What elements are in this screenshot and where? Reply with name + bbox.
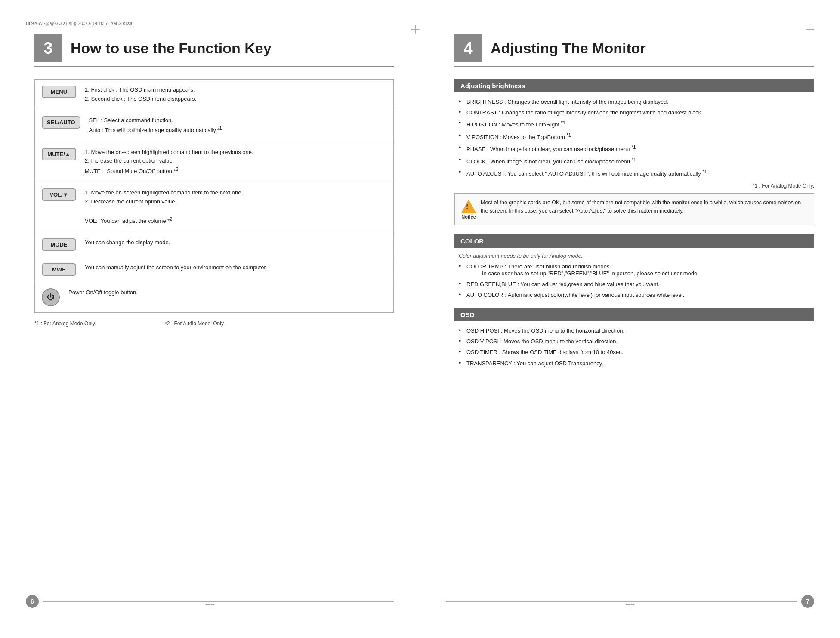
list-item: RED,GREEN,BLUE : You can adjust red,gree… [459, 280, 814, 289]
left-section-header: 3 How to use the Function Key [34, 34, 394, 67]
right-section-title: Adjusting The Monitor [491, 40, 646, 57]
analog-note: *1 : For Analog Mode Only. [454, 183, 814, 189]
list-item: COLOR TEMP : There are user,bluish and r… [459, 262, 814, 278]
bottom-line-right [446, 601, 797, 602]
function-key-table: MENU 1. First click : The OSD main menu … [34, 79, 394, 313]
right-section-header: 4 Adjusting The Monitor [454, 34, 814, 67]
list-item: OSD H POSI : Moves the OSD menu to the h… [459, 327, 814, 335]
section-number-4: 4 [454, 34, 482, 62]
power-button: ⏻ [42, 288, 60, 306]
power-description: Power On/Off toggle button. [68, 288, 138, 297]
left-section-title: How to use the Function Key [71, 40, 272, 57]
mwe-description: You can manually adjust the screen to yo… [85, 263, 267, 272]
right-page: 4 Adjusting The Monitor Adjusting bright… [420, 17, 840, 621]
footnote-1: *1 : For Analog Mode Only. [34, 321, 96, 327]
table-row: VOL/▼ 1. Move the on-screen highlighted … [35, 182, 393, 232]
color-note: Color adjustment needs to be only for An… [454, 253, 814, 259]
mute-description: 1. Move the on-screen highlighted comand… [85, 148, 253, 176]
list-item: TRANSPARENCY : You can adjust OSD Transp… [459, 359, 814, 368]
brightness-header: Adjusting brightness [454, 79, 814, 92]
list-item: AUTO ADJUST: You can select " AUTO ADJUS… [459, 168, 814, 178]
crosshair-top-right-page [806, 25, 814, 34]
menu-button: MENU [42, 86, 76, 98]
list-item: CLOCK : When image is not clear, you can… [459, 156, 814, 166]
brightness-list: BRIGHTNESS : Changes the overall light i… [454, 98, 814, 179]
list-item: CONTRAST : Changes the ratio of light in… [459, 108, 814, 117]
mwe-button: MWE [42, 263, 76, 276]
osd-header: OSD [454, 308, 814, 321]
footnote-area: *1 : For Analog Mode Only. *2 : For Audi… [34, 321, 394, 327]
list-item: H POSTION : Moves to the Left/Right *1 [459, 119, 814, 129]
section-number-3: 3 [34, 34, 62, 62]
color-list: COLOR TEMP : There are user,bluish and r… [454, 262, 814, 300]
table-row: MODE You can change the display mode. [35, 232, 393, 257]
color-indent: In case user has to set up "RED","GREEN"… [466, 269, 814, 278]
notice-text: Most of the graphic cards are OK, but so… [481, 199, 808, 216]
crosshair-bottom-center-right [626, 600, 634, 609]
list-item: OSD TIMER : Shows the OSD TIME displays … [459, 348, 814, 357]
page-number-left: 6 [26, 595, 39, 608]
notice-icon-area: Notice [461, 200, 476, 219]
table-row: MWE You can manually adjust the screen t… [35, 257, 393, 282]
menu-description: 1. First click : The OSD main menu appea… [85, 86, 196, 104]
warning-triangle-icon [461, 200, 476, 213]
table-row: ⏻ Power On/Off toggle button. [35, 282, 393, 312]
crosshair-top-right [411, 25, 420, 34]
notice-label: Notice [461, 214, 476, 219]
list-item: AUTO COLOR : Automatic adjust color(whit… [459, 291, 814, 299]
list-item: BRIGHTNESS : Changes the overall light i… [459, 98, 814, 106]
color-header: COLOR [454, 234, 814, 248]
selauto-button: SEL/AUTO [42, 116, 80, 129]
page-number-right: 7 [801, 595, 814, 608]
selauto-description: SEL : Select a command function. Auto : … [89, 116, 222, 136]
left-page: HL920WS설명서내지-최종 2007.6.14 10:51 AM 페이지6 … [0, 17, 420, 621]
list-item: PHASE : When image is not clear, you can… [459, 144, 814, 154]
notice-box: Notice Most of the graphic cards are OK,… [454, 193, 814, 225]
crosshair-bottom-center [206, 600, 214, 609]
list-item: OSD V POSI : Moves the OSD menu to the v… [459, 337, 814, 346]
osd-list: OSD H POSI : Moves the OSD menu to the h… [454, 327, 814, 368]
list-item: V POSITION : Moves to the Top/Bottom *1 [459, 132, 814, 142]
mode-description: You can change the display mode. [85, 238, 170, 247]
mode-button: MODE [42, 238, 76, 251]
bottom-line [43, 601, 394, 602]
table-row: MENU 1. First click : The OSD main menu … [35, 80, 393, 110]
header-meta: HL920WS설명서내지-최종 2007.6.14 10:51 AM 페이지6 [26, 21, 133, 27]
mute-up-button: MUTE/▲ [42, 148, 76, 160]
footnote-2: *2 : For Audio Model Only. [165, 321, 225, 327]
table-row: MUTE/▲ 1. Move the on-screen highlighted… [35, 142, 393, 183]
vol-description: 1. Move the on-screen highlighted comand… [85, 188, 243, 226]
vol-down-button: VOL/▼ [42, 188, 76, 201]
table-row: SEL/AUTO SEL : Select a command function… [35, 110, 393, 142]
